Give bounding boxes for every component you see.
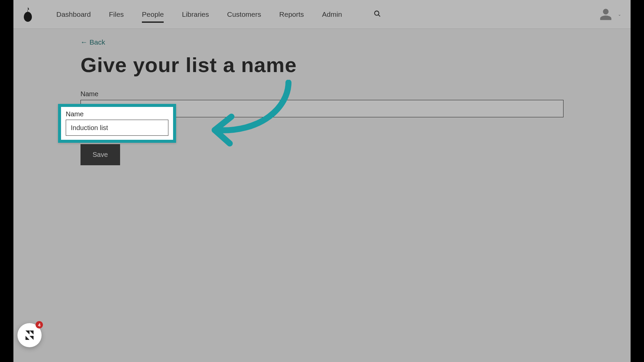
- nav-dashboard[interactable]: Dashboard: [56, 0, 91, 28]
- name-label: Name: [80, 90, 564, 98]
- chat-widget-icon: [22, 328, 37, 343]
- chat-badge: 4: [36, 321, 43, 328]
- search-icon[interactable]: [374, 10, 381, 19]
- highlight-name-input[interactable]: [66, 120, 168, 136]
- save-button[interactable]: Save: [80, 144, 120, 165]
- nav-reports[interactable]: Reports: [279, 0, 304, 28]
- nav-people[interactable]: People: [142, 0, 164, 28]
- highlight-name-label: Name: [66, 110, 168, 118]
- user-avatar-icon[interactable]: [599, 8, 612, 21]
- main-nav: Dashboard Files People Libraries Custome…: [56, 0, 381, 28]
- user-menu-chevron-icon[interactable]: ⌄: [618, 12, 621, 17]
- tutorial-highlight-box: Name: [58, 104, 176, 143]
- header-right: ⌄: [599, 8, 621, 21]
- svg-line-1: [378, 14, 380, 16]
- nav-libraries[interactable]: Libraries: [182, 0, 209, 28]
- nav-files[interactable]: Files: [109, 0, 124, 28]
- svg-point-0: [374, 11, 379, 15]
- back-link[interactable]: ← Back: [80, 38, 105, 46]
- page-content: ← Back Give your list a name Name Show f…: [13, 29, 631, 165]
- page-title: Give your list a name: [80, 53, 564, 77]
- chat-widget-button[interactable]: 4: [17, 323, 42, 347]
- nav-admin[interactable]: Admin: [322, 0, 342, 28]
- app-logo-icon: [23, 7, 33, 22]
- letterbox-right: [631, 0, 644, 362]
- nav-customers[interactable]: Customers: [227, 0, 261, 28]
- top-nav-header: Dashboard Files People Libraries Custome…: [13, 0, 631, 29]
